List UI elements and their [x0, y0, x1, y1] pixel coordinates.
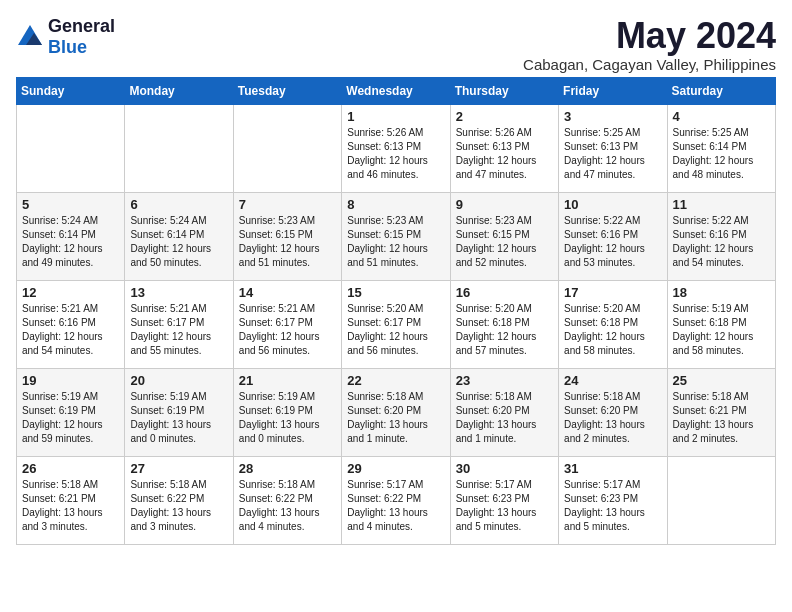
calendar-week-row: 19Sunrise: 5:19 AM Sunset: 6:19 PM Dayli… — [17, 368, 776, 456]
calendar-cell: 30Sunrise: 5:17 AM Sunset: 6:23 PM Dayli… — [450, 456, 558, 544]
day-number: 29 — [347, 461, 444, 476]
day-number: 12 — [22, 285, 119, 300]
day-number: 22 — [347, 373, 444, 388]
calendar-cell: 25Sunrise: 5:18 AM Sunset: 6:21 PM Dayli… — [667, 368, 775, 456]
logo-icon — [16, 23, 44, 51]
day-number: 17 — [564, 285, 661, 300]
day-number: 9 — [456, 197, 553, 212]
calendar-cell: 18Sunrise: 5:19 AM Sunset: 6:18 PM Dayli… — [667, 280, 775, 368]
calendar-week-row: 5Sunrise: 5:24 AM Sunset: 6:14 PM Daylig… — [17, 192, 776, 280]
day-info: Sunrise: 5:21 AM Sunset: 6:17 PM Dayligh… — [130, 302, 227, 358]
day-number: 18 — [673, 285, 770, 300]
day-number: 19 — [22, 373, 119, 388]
day-info: Sunrise: 5:25 AM Sunset: 6:13 PM Dayligh… — [564, 126, 661, 182]
calendar-body: 1Sunrise: 5:26 AM Sunset: 6:13 PM Daylig… — [17, 104, 776, 544]
day-info: Sunrise: 5:26 AM Sunset: 6:13 PM Dayligh… — [347, 126, 444, 182]
logo-blue: Blue — [48, 37, 87, 57]
day-info: Sunrise: 5:23 AM Sunset: 6:15 PM Dayligh… — [239, 214, 336, 270]
day-info: Sunrise: 5:18 AM Sunset: 6:20 PM Dayligh… — [347, 390, 444, 446]
weekday-header: Thursday — [450, 77, 558, 104]
month-title: May 2024 — [523, 16, 776, 56]
logo: General Blue — [16, 16, 115, 58]
day-number: 13 — [130, 285, 227, 300]
calendar-cell: 6Sunrise: 5:24 AM Sunset: 6:14 PM Daylig… — [125, 192, 233, 280]
day-number: 31 — [564, 461, 661, 476]
day-number: 23 — [456, 373, 553, 388]
day-info: Sunrise: 5:19 AM Sunset: 6:19 PM Dayligh… — [22, 390, 119, 446]
day-info: Sunrise: 5:24 AM Sunset: 6:14 PM Dayligh… — [130, 214, 227, 270]
day-number: 4 — [673, 109, 770, 124]
day-number: 5 — [22, 197, 119, 212]
day-number: 3 — [564, 109, 661, 124]
calendar-cell: 17Sunrise: 5:20 AM Sunset: 6:18 PM Dayli… — [559, 280, 667, 368]
calendar-cell: 29Sunrise: 5:17 AM Sunset: 6:22 PM Dayli… — [342, 456, 450, 544]
day-info: Sunrise: 5:20 AM Sunset: 6:18 PM Dayligh… — [456, 302, 553, 358]
header-row: SundayMondayTuesdayWednesdayThursdayFrid… — [17, 77, 776, 104]
calendar-cell: 20Sunrise: 5:19 AM Sunset: 6:19 PM Dayli… — [125, 368, 233, 456]
weekday-header: Monday — [125, 77, 233, 104]
calendar-cell: 14Sunrise: 5:21 AM Sunset: 6:17 PM Dayli… — [233, 280, 341, 368]
weekday-header: Sunday — [17, 77, 125, 104]
calendar-cell: 5Sunrise: 5:24 AM Sunset: 6:14 PM Daylig… — [17, 192, 125, 280]
calendar-cell — [17, 104, 125, 192]
calendar-week-row: 26Sunrise: 5:18 AM Sunset: 6:21 PM Dayli… — [17, 456, 776, 544]
day-info: Sunrise: 5:17 AM Sunset: 6:23 PM Dayligh… — [456, 478, 553, 534]
calendar-cell: 10Sunrise: 5:22 AM Sunset: 6:16 PM Dayli… — [559, 192, 667, 280]
day-info: Sunrise: 5:18 AM Sunset: 6:21 PM Dayligh… — [673, 390, 770, 446]
title-area: May 2024 Cabagan, Cagayan Valley, Philip… — [523, 16, 776, 73]
day-info: Sunrise: 5:22 AM Sunset: 6:16 PM Dayligh… — [564, 214, 661, 270]
day-info: Sunrise: 5:20 AM Sunset: 6:17 PM Dayligh… — [347, 302, 444, 358]
calendar-cell — [125, 104, 233, 192]
day-info: Sunrise: 5:18 AM Sunset: 6:22 PM Dayligh… — [239, 478, 336, 534]
calendar-cell: 11Sunrise: 5:22 AM Sunset: 6:16 PM Dayli… — [667, 192, 775, 280]
weekday-header: Friday — [559, 77, 667, 104]
calendar-cell: 22Sunrise: 5:18 AM Sunset: 6:20 PM Dayli… — [342, 368, 450, 456]
day-info: Sunrise: 5:19 AM Sunset: 6:19 PM Dayligh… — [130, 390, 227, 446]
day-info: Sunrise: 5:23 AM Sunset: 6:15 PM Dayligh… — [347, 214, 444, 270]
day-info: Sunrise: 5:21 AM Sunset: 6:16 PM Dayligh… — [22, 302, 119, 358]
day-info: Sunrise: 5:18 AM Sunset: 6:21 PM Dayligh… — [22, 478, 119, 534]
day-number: 27 — [130, 461, 227, 476]
calendar-cell — [233, 104, 341, 192]
calendar-cell: 26Sunrise: 5:18 AM Sunset: 6:21 PM Dayli… — [17, 456, 125, 544]
day-number: 1 — [347, 109, 444, 124]
day-info: Sunrise: 5:24 AM Sunset: 6:14 PM Dayligh… — [22, 214, 119, 270]
calendar-week-row: 12Sunrise: 5:21 AM Sunset: 6:16 PM Dayli… — [17, 280, 776, 368]
day-info: Sunrise: 5:17 AM Sunset: 6:23 PM Dayligh… — [564, 478, 661, 534]
day-info: Sunrise: 5:22 AM Sunset: 6:16 PM Dayligh… — [673, 214, 770, 270]
day-number: 16 — [456, 285, 553, 300]
day-number: 15 — [347, 285, 444, 300]
calendar-cell: 3Sunrise: 5:25 AM Sunset: 6:13 PM Daylig… — [559, 104, 667, 192]
day-info: Sunrise: 5:18 AM Sunset: 6:20 PM Dayligh… — [564, 390, 661, 446]
day-info: Sunrise: 5:21 AM Sunset: 6:17 PM Dayligh… — [239, 302, 336, 358]
day-number: 7 — [239, 197, 336, 212]
calendar-cell: 21Sunrise: 5:19 AM Sunset: 6:19 PM Dayli… — [233, 368, 341, 456]
logo-general: General — [48, 16, 115, 36]
calendar-cell: 8Sunrise: 5:23 AM Sunset: 6:15 PM Daylig… — [342, 192, 450, 280]
day-info: Sunrise: 5:19 AM Sunset: 6:18 PM Dayligh… — [673, 302, 770, 358]
day-number: 10 — [564, 197, 661, 212]
day-number: 21 — [239, 373, 336, 388]
calendar-cell — [667, 456, 775, 544]
calendar-cell: 9Sunrise: 5:23 AM Sunset: 6:15 PM Daylig… — [450, 192, 558, 280]
calendar-header: SundayMondayTuesdayWednesdayThursdayFrid… — [17, 77, 776, 104]
day-number: 2 — [456, 109, 553, 124]
calendar-cell: 16Sunrise: 5:20 AM Sunset: 6:18 PM Dayli… — [450, 280, 558, 368]
calendar-cell: 12Sunrise: 5:21 AM Sunset: 6:16 PM Dayli… — [17, 280, 125, 368]
calendar-cell: 2Sunrise: 5:26 AM Sunset: 6:13 PM Daylig… — [450, 104, 558, 192]
calendar-cell: 7Sunrise: 5:23 AM Sunset: 6:15 PM Daylig… — [233, 192, 341, 280]
calendar-cell: 31Sunrise: 5:17 AM Sunset: 6:23 PM Dayli… — [559, 456, 667, 544]
calendar-week-row: 1Sunrise: 5:26 AM Sunset: 6:13 PM Daylig… — [17, 104, 776, 192]
calendar-cell: 19Sunrise: 5:19 AM Sunset: 6:19 PM Dayli… — [17, 368, 125, 456]
day-number: 8 — [347, 197, 444, 212]
day-number: 14 — [239, 285, 336, 300]
logo-text: General Blue — [48, 16, 115, 58]
day-info: Sunrise: 5:19 AM Sunset: 6:19 PM Dayligh… — [239, 390, 336, 446]
day-number: 6 — [130, 197, 227, 212]
weekday-header: Tuesday — [233, 77, 341, 104]
day-number: 26 — [22, 461, 119, 476]
location-subtitle: Cabagan, Cagayan Valley, Philippines — [523, 56, 776, 73]
day-info: Sunrise: 5:18 AM Sunset: 6:22 PM Dayligh… — [130, 478, 227, 534]
day-info: Sunrise: 5:23 AM Sunset: 6:15 PM Dayligh… — [456, 214, 553, 270]
day-number: 28 — [239, 461, 336, 476]
